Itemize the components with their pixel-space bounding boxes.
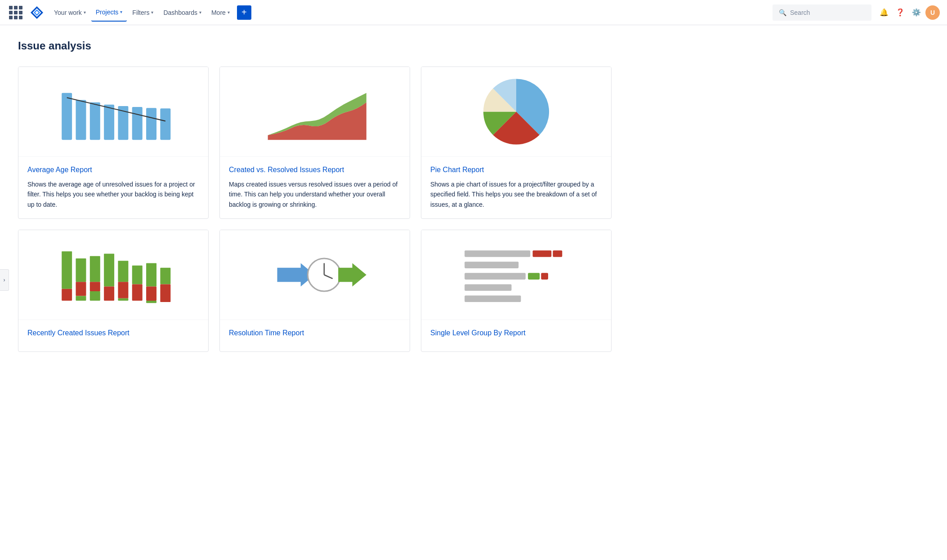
svg-rect-6 [146,108,156,140]
svg-rect-40 [541,273,548,280]
report-card-single-level-group: Single Level Group By Report [421,230,612,352]
svg-rect-35 [533,250,552,257]
chevron-down-icon: ▾ [151,10,153,15]
svg-rect-27 [160,268,170,284]
svg-rect-19 [118,261,128,282]
notifications-icon[interactable]: 🔔 [877,5,891,20]
report-thumbnail-single-level-group [421,230,611,320]
navbar: Your work ▾ Projects ▾ Filters ▾ Dashboa… [0,0,947,25]
svg-rect-26 [146,301,156,303]
svg-rect-14 [90,256,100,282]
report-title-resolution-time[interactable]: Resolution Time Report [229,329,401,337]
apps-grid[interactable] [7,4,24,21]
svg-rect-18 [104,287,114,301]
nav-more[interactable]: More ▾ [207,4,234,22]
settings-icon[interactable]: ⚙️ [909,5,924,20]
svg-rect-11 [76,258,86,282]
report-card-pie-chart: Pie Chart Report Shows a pie chart of is… [421,67,612,219]
svg-rect-34 [465,250,530,257]
report-grid: Average Age Report Shows the average age… [18,67,612,352]
report-thumbnail-created-vs-resolved [220,67,410,157]
svg-rect-21 [118,298,128,301]
nav-links: Your work ▾ Projects ▾ Filters ▾ Dashboa… [49,4,771,22]
svg-rect-10 [62,289,72,301]
report-title-single-level-group[interactable]: Single Level Group By Report [430,329,602,337]
report-title-average-age[interactable]: Average Age Report [27,166,199,174]
svg-rect-39 [528,273,540,280]
svg-rect-16 [90,291,100,301]
svg-rect-42 [465,296,521,302]
report-title-recently-created[interactable]: Recently Created Issues Report [27,329,199,337]
report-body-resolution-time: Resolution Time Report [220,320,410,351]
report-body-recently-created: Recently Created Issues Report [18,320,208,351]
avatar[interactable]: U [925,5,940,20]
report-thumbnail-resolution-time [220,230,410,320]
chevron-down-icon: ▾ [84,10,86,15]
svg-rect-15 [90,282,100,291]
search-bar[interactable]: 🔍 [773,4,871,21]
report-desc-average-age: Shows the average age of unresolved issu… [27,179,199,209]
svg-rect-9 [62,251,72,289]
svg-rect-17 [104,254,114,287]
report-thumbnail-recently-created [18,230,208,320]
svg-rect-2 [90,102,100,140]
report-desc-created-vs-resolved: Maps created issues versus resolved issu… [229,179,401,209]
report-thumbnail-pie-chart [421,67,611,157]
report-body-pie-chart: Pie Chart Report Shows a pie chart of is… [421,157,611,218]
svg-rect-22 [132,266,143,284]
jira-logo[interactable] [30,5,44,20]
svg-rect-0 [62,93,72,140]
svg-rect-13 [76,296,86,301]
nav-filters[interactable]: Filters ▾ [128,4,158,22]
svg-rect-41 [465,284,511,291]
nav-projects[interactable]: Projects ▾ [91,4,127,22]
svg-rect-7 [160,108,170,140]
report-title-pie-chart[interactable]: Pie Chart Report [430,166,602,174]
sidebar-toggle[interactable]: › [0,269,9,291]
svg-rect-12 [76,282,86,296]
nav-dashboards[interactable]: Dashboards ▾ [159,4,206,22]
search-icon: 🔍 [779,9,786,16]
report-title-created-vs-resolved[interactable]: Created vs. Resolved Issues Report [229,166,401,174]
svg-rect-37 [465,262,518,268]
page-title: Issue analysis [18,40,612,52]
svg-rect-38 [465,273,526,280]
report-card-recently-created: Recently Created Issues Report [18,230,209,352]
chevron-right-icon: › [4,277,5,283]
svg-rect-3 [104,105,114,140]
report-card-resolution-time: Resolution Time Report [219,230,410,352]
report-body-created-vs-resolved: Created vs. Resolved Issues Report Maps … [220,157,410,218]
report-desc-pie-chart: Shows a pie chart of issues for a projec… [430,179,602,209]
svg-rect-36 [553,250,562,257]
svg-marker-33 [338,263,366,287]
svg-rect-20 [118,282,128,298]
search-input[interactable] [790,9,853,16]
svg-rect-24 [146,263,156,287]
svg-rect-5 [132,107,143,140]
report-card-average-age: Average Age Report Shows the average age… [18,67,209,219]
create-button[interactable]: + [237,5,251,20]
report-body-average-age: Average Age Report Shows the average age… [18,157,208,218]
svg-rect-25 [146,287,156,301]
svg-rect-28 [160,284,170,302]
nav-your-work[interactable]: Your work ▾ [49,4,90,22]
svg-rect-1 [76,100,86,140]
svg-rect-23 [132,284,143,301]
chevron-down-icon: ▾ [199,10,201,15]
report-thumbnail-average-age [18,67,208,157]
chevron-down-icon: ▾ [228,10,230,15]
nav-icons: 🔔 ❓ ⚙️ U [877,5,940,20]
help-icon[interactable]: ❓ [893,5,907,20]
main-content: Issue analysis Av [0,25,630,366]
report-card-created-vs-resolved: Created vs. Resolved Issues Report Maps … [219,67,410,219]
report-body-single-level-group: Single Level Group By Report [421,320,611,351]
chevron-down-icon: ▾ [120,9,122,14]
